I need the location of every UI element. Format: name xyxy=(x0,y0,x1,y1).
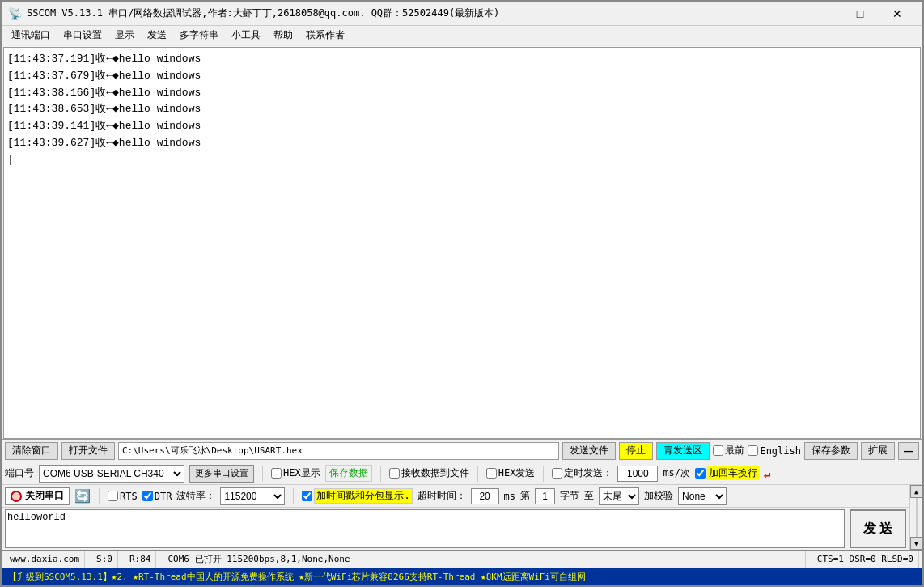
status-bar: www.daxia.com S:0 R:84 COM6 已打开 115200bp… xyxy=(2,550,922,568)
hex-send-checkbox[interactable] xyxy=(486,468,497,479)
toolbar-row: 清除窗口 打开文件 发送文件 停止 青发送区 最前 English 保存参数 扩… xyxy=(2,440,922,462)
log-line-4: [11:43:38.653]收←◆hello windows xyxy=(7,101,917,118)
refresh-icon[interactable]: 🔄 xyxy=(74,488,91,504)
close-button[interactable]: ✕ xyxy=(879,2,916,26)
port-row: 端口号 COM6 USB-SERIAL CH340 更多串口设置 HEX显示 保… xyxy=(2,462,922,485)
timed-unit-label: ms/次 xyxy=(663,466,690,480)
crlf-checkbox[interactable] xyxy=(695,468,706,479)
log-line-3: [11:43:38.166]收←◆hello windows xyxy=(7,85,917,102)
port-select[interactable]: COM6 USB-SERIAL CH340 xyxy=(39,465,184,483)
send-file-button[interactable]: 发送文件 xyxy=(562,442,616,460)
open-file-button[interactable]: 打开文件 xyxy=(61,442,115,460)
send-scrollbar[interactable]: ▲ ▼ xyxy=(909,485,922,550)
baud-label: 波特率： xyxy=(176,489,215,503)
log-line-5: [11:43:39.141]收←◆hello windows xyxy=(7,118,917,135)
recv-file-label[interactable]: 接收数据到文件 xyxy=(389,466,469,480)
minus-button[interactable]: — xyxy=(898,442,919,460)
crlf-indicator: ↵ xyxy=(764,467,770,480)
timestamp-label[interactable]: 加时间戳和分包显示. xyxy=(302,488,412,504)
save-data-button[interactable]: 保存数据 xyxy=(325,465,372,482)
log-line-1: [11:43:37.191]收←◆hello windows xyxy=(7,51,917,68)
ticker-text: 【升级到SSCOM5.13.1】★2. ★RT-Thread中国人的开源免费操作… xyxy=(8,571,586,583)
menu-contact[interactable]: 联系作者 xyxy=(299,27,351,44)
english-checkbox[interactable] xyxy=(748,445,758,456)
menu-help[interactable]: 帮助 xyxy=(267,27,299,44)
window-controls: — □ ✕ xyxy=(804,2,916,26)
timeout-label: 超时时间： xyxy=(417,489,466,503)
port-status-label: COM6 已打开 115200bps,8,1,None,None xyxy=(163,551,805,568)
menu-tools[interactable]: 小工具 xyxy=(225,27,267,44)
log-line-2: [11:43:37.679]收←◆hello windows xyxy=(7,68,917,85)
close-port-button-label: 关闭串口 xyxy=(25,489,64,503)
minimize-button[interactable]: — xyxy=(804,2,841,26)
checksum-select[interactable]: None xyxy=(678,487,727,505)
port-label: 端口号 xyxy=(5,466,34,480)
dtr-checkbox[interactable] xyxy=(142,491,153,501)
clear-window-button[interactable]: 清除窗口 xyxy=(5,442,58,460)
timestamp-checkbox[interactable] xyxy=(302,491,312,501)
scroll-up-button[interactable]: ▲ xyxy=(910,485,923,498)
recv-file-checkbox[interactable] xyxy=(389,468,400,479)
menu-port-settings[interactable]: 串口设置 xyxy=(57,27,108,44)
log-line-6: [11:43:39.627]收←◆hello windows xyxy=(7,135,917,152)
menu-send[interactable]: 发送 xyxy=(141,27,173,44)
cursor-line xyxy=(7,152,917,169)
english-checkbox-label[interactable]: English xyxy=(748,445,801,457)
output-area: [11:43:37.191]收←◆hello windows [11:43:37… xyxy=(3,47,921,439)
save-params-button[interactable]: 保存参数 xyxy=(804,442,858,460)
last-checkbox[interactable] xyxy=(713,445,723,456)
page-prefix: 第 xyxy=(520,489,530,503)
timeout-unit: ms xyxy=(504,491,515,502)
crlf-label[interactable]: 加回车换行 xyxy=(695,466,759,480)
r-count-label: R:84 xyxy=(125,551,157,568)
hex-display-label[interactable]: HEX显示 xyxy=(271,466,320,480)
baud-select[interactable]: 115200 xyxy=(220,487,285,505)
title-text: SSCOM V5.13.1 串口/网络数据调试器,作者:大虾丁丁,2618058… xyxy=(27,6,804,20)
options-send-container: 关闭串口 🔄 RTS DTR 波特率： 115200 xyxy=(2,485,922,550)
to-label: 至 xyxy=(584,489,594,503)
resend-button[interactable]: 青发送区 xyxy=(656,442,710,460)
more-port-button[interactable]: 更多串口设置 xyxy=(189,465,254,483)
end-select[interactable]: 末尾 xyxy=(599,487,639,505)
menu-bar: 通讯端口 串口设置 显示 发送 多字符串 小工具 帮助 联系作者 xyxy=(2,26,922,45)
scroll-down-button[interactable]: ▼ xyxy=(910,537,923,550)
website-label: www.daxia.com xyxy=(5,551,85,568)
rts-checkbox[interactable] xyxy=(108,491,118,501)
byte-label: 字节 xyxy=(560,489,579,503)
cts-status-label: CTS=1 DSR=0 RLSD=0 xyxy=(812,551,919,568)
page-input[interactable] xyxy=(535,488,555,504)
s-count-label: S:0 xyxy=(91,551,118,568)
menu-display[interactable]: 显示 xyxy=(108,27,141,44)
expand-button[interactable]: 扩展 xyxy=(861,442,895,460)
menu-multistring[interactable]: 多字符串 xyxy=(173,27,225,44)
options-send-left: 关闭串口 🔄 RTS DTR 波特率： 115200 xyxy=(2,485,909,550)
app-icon: 📡 xyxy=(8,7,22,20)
options-row: 关闭串口 🔄 RTS DTR 波特率： 115200 xyxy=(2,485,909,508)
last-checkbox-label[interactable]: 最前 xyxy=(713,444,744,457)
close-port-area[interactable]: 关闭串口 xyxy=(5,487,70,505)
send-text-area[interactable] xyxy=(5,509,845,548)
timeout-input[interactable] xyxy=(471,488,499,504)
file-path-input[interactable] xyxy=(118,442,559,460)
checksum-label: 加校验 xyxy=(644,489,673,503)
send-button[interactable]: 发 送 xyxy=(850,509,906,548)
stop-button[interactable]: 停止 xyxy=(619,442,653,460)
hex-display-checkbox[interactable] xyxy=(271,468,282,479)
timed-value-input[interactable] xyxy=(617,466,658,482)
rts-label[interactable]: RTS xyxy=(108,491,138,502)
menu-communications[interactable]: 通讯端口 xyxy=(5,27,57,44)
timed-send-label[interactable]: 定时发送： xyxy=(552,466,612,480)
send-row: 发 送 xyxy=(2,508,909,550)
maximize-button[interactable]: □ xyxy=(841,2,879,26)
title-bar: 📡 SSCOM V5.13.1 串口/网络数据调试器,作者:大虾丁丁,26180… xyxy=(2,2,922,26)
port-status-icon xyxy=(11,491,22,502)
bottom-panel: 清除窗口 打开文件 发送文件 停止 青发送区 最前 English 保存参数 扩… xyxy=(2,439,922,550)
timed-send-checkbox[interactable] xyxy=(552,468,562,479)
dtr-label[interactable]: DTR xyxy=(142,491,172,502)
ticker-bar: 【升级到SSCOM5.13.1】★2. ★RT-Thread中国人的开源免费操作… xyxy=(2,568,922,585)
hex-send-label[interactable]: HEX发送 xyxy=(486,466,536,480)
